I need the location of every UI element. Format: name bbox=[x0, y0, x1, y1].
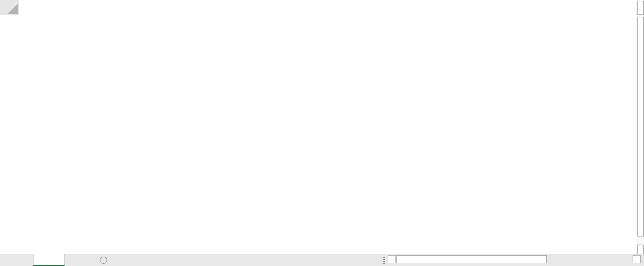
select-all-button[interactable] bbox=[0, 0, 19, 15]
scroll-up-button[interactable] bbox=[637, 1, 644, 15]
vertical-scrollbar-thumb[interactable] bbox=[637, 17, 644, 237]
select-all-triangle-icon bbox=[8, 4, 18, 14]
sheet-tab-sort[interactable] bbox=[65, 254, 90, 266]
vertical-scrollbar[interactable] bbox=[636, 0, 644, 260]
scroll-left-button[interactable] bbox=[388, 255, 396, 263]
sheet-tab-employee-list[interactable] bbox=[33, 254, 65, 266]
excel-spreadsheet bbox=[0, 0, 644, 266]
title-cell-background bbox=[19, 15, 163, 48]
splitter-handle[interactable] bbox=[383, 257, 385, 264]
sheet-tab-bar bbox=[0, 254, 644, 266]
scroll-right-button[interactable] bbox=[633, 255, 641, 263]
add-sheet-button[interactable] bbox=[100, 257, 107, 264]
horizontal-scrollbar-thumb[interactable] bbox=[396, 255, 547, 263]
